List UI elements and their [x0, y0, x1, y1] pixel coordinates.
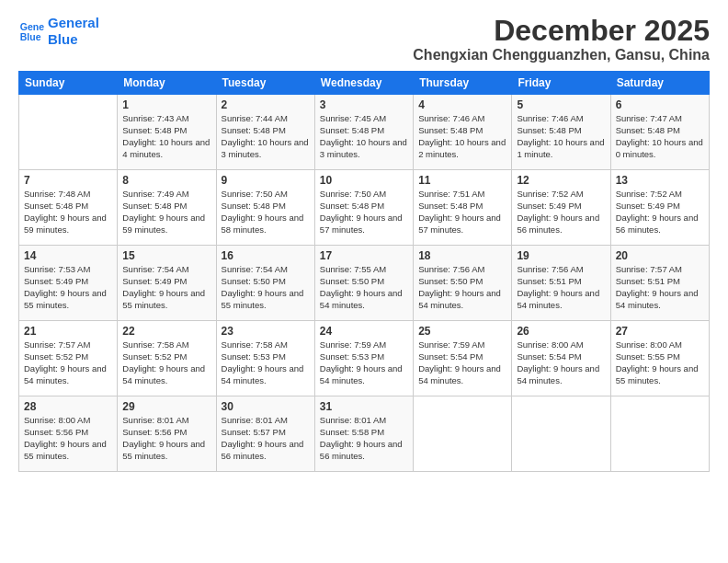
day-info: Sunrise: 7:50 AMSunset: 5:48 PMDaylight:… [222, 189, 310, 236]
col-monday: Monday [118, 72, 216, 95]
title-section: December 2025 Chengxian Chengguanzhen, G… [413, 15, 710, 63]
day-number: 29 [122, 400, 210, 413]
day-number: 19 [517, 249, 605, 262]
day-number: 7 [24, 174, 112, 187]
day-info: Sunrise: 7:48 AMSunset: 5:48 PMDaylight:… [24, 189, 112, 236]
svg-text:Blue: Blue [20, 31, 41, 42]
day-number: 13 [616, 174, 704, 187]
day-info: Sunrise: 7:54 AMSunset: 5:49 PMDaylight:… [122, 264, 210, 311]
day-info: Sunrise: 7:53 AMSunset: 5:49 PMDaylight:… [24, 264, 112, 311]
day-number: 8 [122, 174, 210, 187]
month-title: December 2025 [413, 15, 710, 47]
day-cell: 9Sunrise: 7:50 AMSunset: 5:48 PMDaylight… [216, 170, 314, 246]
day-info: Sunrise: 7:54 AMSunset: 5:50 PMDaylight:… [222, 264, 310, 311]
day-info: Sunrise: 7:57 AMSunset: 5:52 PMDaylight:… [24, 339, 112, 386]
day-cell: 3Sunrise: 7:45 AMSunset: 5:48 PMDaylight… [314, 95, 413, 170]
col-thursday: Thursday [414, 72, 512, 95]
day-cell: 26Sunrise: 8:00 AMSunset: 5:54 PMDayligh… [512, 321, 610, 396]
day-number: 21 [24, 325, 112, 338]
day-number: 11 [418, 174, 506, 187]
logo: General Blue GeneralBlue [18, 15, 99, 48]
day-info: Sunrise: 7:57 AMSunset: 5:51 PMDaylight:… [616, 264, 704, 311]
calendar-table: Sunday Monday Tuesday Wednesday Thursday… [18, 71, 710, 472]
day-cell [512, 396, 610, 472]
week-row-3: 21Sunrise: 7:57 AMSunset: 5:52 PMDayligh… [19, 321, 710, 396]
day-number: 5 [517, 98, 605, 111]
day-cell: 27Sunrise: 8:00 AMSunset: 5:55 PMDayligh… [610, 321, 709, 396]
day-info: Sunrise: 8:01 AMSunset: 5:57 PMDaylight:… [222, 415, 310, 462]
day-cell: 24Sunrise: 7:59 AMSunset: 5:53 PMDayligh… [314, 321, 413, 396]
day-number: 30 [222, 400, 310, 413]
day-number: 12 [517, 174, 605, 187]
day-number: 14 [24, 249, 112, 262]
day-number: 16 [222, 249, 310, 262]
day-cell: 5Sunrise: 7:46 AMSunset: 5:48 PMDaylight… [512, 95, 610, 170]
col-sunday: Sunday [19, 72, 118, 95]
day-cell: 6Sunrise: 7:47 AMSunset: 5:48 PMDaylight… [610, 95, 709, 170]
day-number: 17 [320, 249, 408, 262]
day-info: Sunrise: 7:50 AMSunset: 5:48 PMDaylight:… [320, 189, 408, 236]
day-info: Sunrise: 7:46 AMSunset: 5:48 PMDaylight:… [517, 113, 605, 160]
day-info: Sunrise: 7:43 AMSunset: 5:48 PMDaylight:… [122, 113, 210, 160]
day-cell: 13Sunrise: 7:52 AMSunset: 5:49 PMDayligh… [610, 170, 709, 246]
week-row-2: 14Sunrise: 7:53 AMSunset: 5:49 PMDayligh… [19, 246, 710, 321]
logo-text: GeneralBlue [48, 15, 99, 48]
day-cell: 1Sunrise: 7:43 AMSunset: 5:48 PMDaylight… [118, 95, 216, 170]
day-info: Sunrise: 7:52 AMSunset: 5:49 PMDaylight:… [517, 189, 605, 236]
day-cell: 23Sunrise: 7:58 AMSunset: 5:53 PMDayligh… [216, 321, 314, 396]
day-number: 18 [418, 249, 506, 262]
day-cell: 28Sunrise: 8:00 AMSunset: 5:56 PMDayligh… [19, 396, 118, 472]
day-cell: 15Sunrise: 7:54 AMSunset: 5:49 PMDayligh… [118, 246, 216, 321]
day-cell: 25Sunrise: 7:59 AMSunset: 5:54 PMDayligh… [414, 321, 512, 396]
day-info: Sunrise: 7:58 AMSunset: 5:52 PMDaylight:… [122, 339, 210, 386]
day-number: 26 [517, 325, 605, 338]
day-info: Sunrise: 7:56 AMSunset: 5:51 PMDaylight:… [517, 264, 605, 311]
day-cell: 22Sunrise: 7:58 AMSunset: 5:52 PMDayligh… [118, 321, 216, 396]
day-number: 25 [418, 325, 506, 338]
day-info: Sunrise: 7:59 AMSunset: 5:54 PMDaylight:… [418, 339, 506, 386]
day-number: 2 [222, 98, 310, 111]
day-number: 15 [122, 249, 210, 262]
calendar-page: General Blue GeneralBlue December 2025 C… [0, 0, 728, 563]
header-row: Sunday Monday Tuesday Wednesday Thursday… [19, 72, 710, 95]
col-saturday: Saturday [610, 72, 709, 95]
day-cell: 16Sunrise: 7:54 AMSunset: 5:50 PMDayligh… [216, 246, 314, 321]
week-row-0: 1Sunrise: 7:43 AMSunset: 5:48 PMDaylight… [19, 95, 710, 170]
day-cell: 17Sunrise: 7:55 AMSunset: 5:50 PMDayligh… [314, 246, 413, 321]
day-info: Sunrise: 8:00 AMSunset: 5:54 PMDaylight:… [517, 339, 605, 386]
week-row-1: 7Sunrise: 7:48 AMSunset: 5:48 PMDaylight… [19, 170, 710, 246]
day-cell: 7Sunrise: 7:48 AMSunset: 5:48 PMDaylight… [19, 170, 118, 246]
day-cell: 31Sunrise: 8:01 AMSunset: 5:58 PMDayligh… [314, 396, 413, 472]
day-number: 1 [122, 98, 210, 111]
day-info: Sunrise: 8:00 AMSunset: 5:55 PMDaylight:… [616, 339, 704, 386]
day-cell: 30Sunrise: 8:01 AMSunset: 5:57 PMDayligh… [216, 396, 314, 472]
day-info: Sunrise: 8:00 AMSunset: 5:56 PMDaylight:… [24, 415, 112, 462]
day-cell: 20Sunrise: 7:57 AMSunset: 5:51 PMDayligh… [610, 246, 709, 321]
day-cell [610, 396, 709, 472]
day-number: 27 [616, 325, 704, 338]
day-info: Sunrise: 7:55 AMSunset: 5:50 PMDaylight:… [320, 264, 408, 311]
week-row-4: 28Sunrise: 8:00 AMSunset: 5:56 PMDayligh… [19, 396, 710, 472]
day-cell: 14Sunrise: 7:53 AMSunset: 5:49 PMDayligh… [19, 246, 118, 321]
day-cell: 21Sunrise: 7:57 AMSunset: 5:52 PMDayligh… [19, 321, 118, 396]
day-info: Sunrise: 7:59 AMSunset: 5:53 PMDaylight:… [320, 339, 408, 386]
logo-icon: General Blue [18, 18, 44, 44]
day-info: Sunrise: 7:58 AMSunset: 5:53 PMDaylight:… [222, 339, 310, 386]
day-cell: 11Sunrise: 7:51 AMSunset: 5:48 PMDayligh… [414, 170, 512, 246]
day-number: 28 [24, 400, 112, 413]
day-number: 4 [418, 98, 506, 111]
day-cell: 2Sunrise: 7:44 AMSunset: 5:48 PMDaylight… [216, 95, 314, 170]
day-number: 3 [320, 98, 408, 111]
day-number: 22 [122, 325, 210, 338]
day-number: 24 [320, 325, 408, 338]
header: General Blue GeneralBlue December 2025 C… [18, 15, 710, 63]
location-title: Chengxian Chengguanzhen, Gansu, China [413, 47, 710, 63]
day-cell: 4Sunrise: 7:46 AMSunset: 5:48 PMDaylight… [414, 95, 512, 170]
day-info: Sunrise: 7:56 AMSunset: 5:50 PMDaylight:… [418, 264, 506, 311]
day-number: 10 [320, 174, 408, 187]
day-info: Sunrise: 7:45 AMSunset: 5:48 PMDaylight:… [320, 113, 408, 160]
day-info: Sunrise: 8:01 AMSunset: 5:56 PMDaylight:… [122, 415, 210, 462]
day-number: 31 [320, 400, 408, 413]
day-info: Sunrise: 7:46 AMSunset: 5:48 PMDaylight:… [418, 113, 506, 160]
day-number: 9 [222, 174, 310, 187]
